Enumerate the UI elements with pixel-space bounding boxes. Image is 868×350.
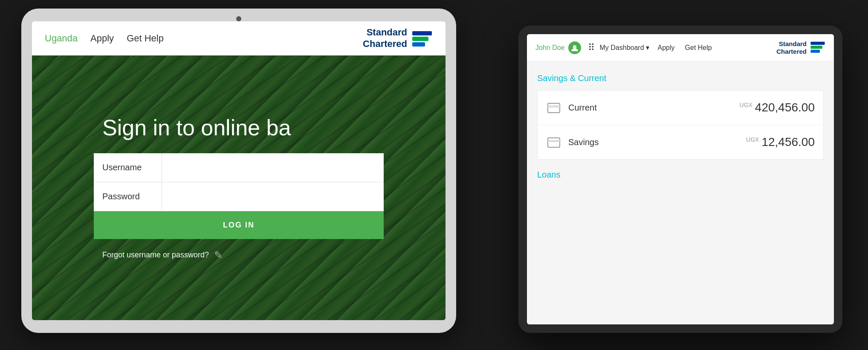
dashboard-menu[interactable]: My Dashboard ▾ (600, 44, 649, 52)
apply-link-front[interactable]: Apply (658, 44, 675, 52)
get-help-link-front[interactable]: Get Help (685, 44, 712, 52)
username-label: Username (94, 153, 162, 182)
back-tablet-nav: Uganda Apply Get Help Standard Chartered (32, 21, 446, 55)
login-button[interactable]: LOG IN (94, 211, 384, 239)
sc-logo-front: Standard Chartered (776, 39, 825, 56)
sc-logo-icon-back (411, 28, 433, 49)
back-tablet: Uganda Apply Get Help Standard Chartered (21, 9, 456, 333)
savings-account-amount: 12,456.00 (761, 135, 815, 149)
front-tablet-nav: John Doe ⠿ My Dashboard ▾ Apply Get Help (527, 34, 834, 61)
dashboard-content: Savings & Current Current UGX420,456.00 (527, 61, 834, 324)
svg-rect-10 (548, 140, 560, 142)
svg-rect-7 (548, 103, 560, 113)
nav-front-links: Apply Get Help (658, 44, 712, 52)
current-account-balance: UGX420,456.00 (740, 101, 815, 114)
loans-section-title: Loans (537, 170, 824, 180)
sc-name-line2: Chartered (363, 38, 407, 50)
sc-front-line1: Standard (776, 40, 807, 48)
sc-logo-icon-front (810, 39, 825, 56)
current-account-name: Current (568, 103, 597, 113)
savings-account-row[interactable]: Savings UGX12,456.00 (538, 125, 823, 159)
back-tablet-screen: Uganda Apply Get Help Standard Chartered (32, 21, 446, 320)
forgot-link[interactable]: Forgot username or password? ✎ (94, 249, 384, 261)
current-account-row[interactable]: Current UGX420,456.00 (538, 90, 823, 125)
svg-rect-6 (810, 50, 820, 52)
svg-point-3 (573, 45, 576, 49)
login-panel: Sign in to online ba Username Password L… (94, 115, 384, 261)
grid-icon[interactable]: ⠿ (588, 42, 596, 53)
password-label: Password (94, 182, 162, 211)
current-account-icon (546, 100, 561, 115)
nav-left: Uganda Apply Get Help (45, 33, 164, 44)
svg-rect-5 (810, 46, 822, 49)
user-avatar (568, 41, 581, 54)
user-name: John Doe (535, 44, 565, 52)
svg-rect-0 (412, 31, 432, 35)
savings-account-currency: UGX (746, 136, 759, 143)
forgot-link-text: Forgot username or password? (102, 251, 209, 260)
password-group: Password (94, 182, 384, 211)
current-account-amount: 420,456.00 (755, 101, 815, 114)
signin-title: Sign in to online ba (94, 115, 384, 140)
country-label[interactable]: Uganda (45, 33, 78, 44)
savings-section-title: Savings & Current (537, 73, 824, 83)
svg-rect-4 (810, 41, 825, 44)
username-input[interactable] (162, 153, 384, 182)
front-tablet: John Doe ⠿ My Dashboard ▾ Apply Get Help (518, 26, 842, 333)
accounts-card: Current UGX420,456.00 Savings UGX12,456.… (537, 90, 824, 160)
savings-account-name: Savings (568, 137, 599, 147)
chevron-down-icon: ▾ (646, 44, 649, 52)
savings-account-icon (546, 134, 561, 150)
svg-rect-2 (412, 42, 425, 47)
sc-name-line1: Standard (363, 27, 407, 38)
front-tablet-screen: John Doe ⠿ My Dashboard ▾ Apply Get Help (527, 34, 834, 324)
svg-rect-9 (548, 138, 560, 147)
get-help-link-back[interactable]: Get Help (127, 33, 164, 44)
sc-logo-back: Standard Chartered (363, 27, 433, 50)
savings-account-balance: UGX12,456.00 (746, 135, 815, 149)
user-info: John Doe (535, 41, 581, 54)
hero-section: Sign in to online ba Username Password L… (32, 55, 446, 320)
sc-logo-text-back: Standard Chartered (363, 27, 407, 50)
forgot-icon: ✎ (214, 249, 223, 261)
sc-logo-small-text: Standard Chartered (776, 40, 807, 55)
dashboard-label: My Dashboard (600, 44, 644, 52)
nav-right: Standard Chartered (363, 27, 433, 50)
password-input[interactable] (162, 182, 384, 211)
svg-rect-1 (412, 37, 428, 41)
nav-front-right: Standard Chartered (776, 39, 825, 56)
current-account-currency: UGX (740, 102, 752, 108)
sc-front-line2: Chartered (776, 48, 807, 55)
apply-link-back[interactable]: Apply (90, 33, 114, 44)
username-group: Username (94, 153, 384, 182)
svg-rect-8 (548, 105, 560, 108)
